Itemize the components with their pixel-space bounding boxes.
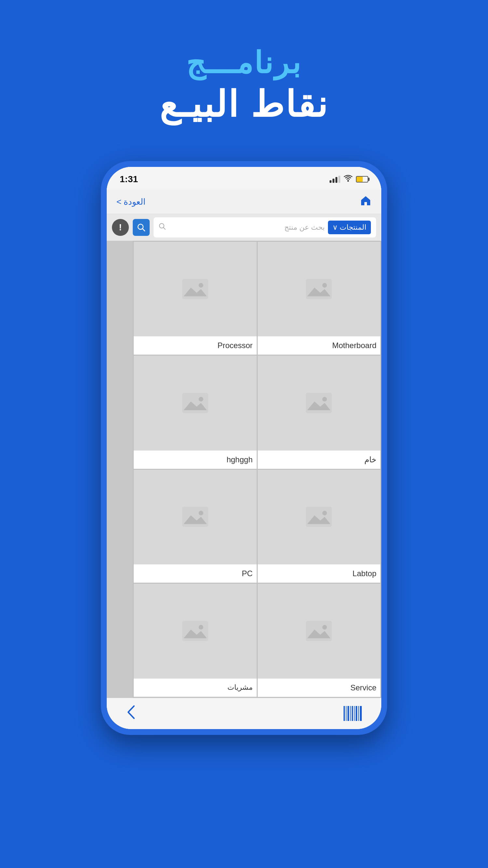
svg-rect-32 bbox=[350, 706, 351, 721]
phone-frame: 1:31 bbox=[107, 167, 381, 729]
product-name-2: hghggh bbox=[134, 450, 257, 469]
svg-point-24 bbox=[199, 625, 203, 629]
product-card-pc[interactable]: PC bbox=[134, 470, 257, 583]
hero-section: برنامـــج نقاط البيـع bbox=[0, 0, 488, 151]
svg-rect-35 bbox=[356, 706, 357, 721]
status-bar: 1:31 bbox=[107, 167, 381, 190]
hero-title-bottom: نقاط البيـع bbox=[159, 84, 329, 125]
nav-bar: العودة > bbox=[107, 190, 381, 214]
content-area: Processor Motherboard bbox=[107, 241, 381, 698]
svg-point-0 bbox=[347, 180, 349, 182]
svg-point-27 bbox=[323, 625, 327, 629]
back-button[interactable]: العودة > bbox=[117, 197, 146, 207]
svg-rect-36 bbox=[358, 706, 359, 721]
bottom-nav bbox=[107, 698, 381, 729]
product-image-6 bbox=[134, 584, 257, 678]
search-placeholder: بحث عن منتج bbox=[169, 223, 325, 231]
wifi-icon bbox=[343, 175, 353, 184]
svg-rect-29 bbox=[343, 706, 345, 721]
product-card-hghggh[interactable]: hghggh bbox=[134, 355, 257, 468]
svg-point-18 bbox=[199, 511, 203, 515]
product-card-kham[interactable]: خام bbox=[258, 355, 380, 468]
phone-mockup: 1:31 bbox=[101, 161, 387, 735]
product-card-motherboard[interactable]: Motherboard bbox=[258, 242, 380, 354]
svg-rect-37 bbox=[360, 706, 362, 721]
svg-point-6 bbox=[199, 283, 203, 288]
svg-point-15 bbox=[323, 397, 327, 401]
product-name-4: PC bbox=[134, 564, 257, 583]
side-nav bbox=[107, 241, 133, 698]
battery-icon bbox=[356, 176, 368, 183]
product-name-7: Service bbox=[258, 678, 380, 697]
product-image-3 bbox=[258, 355, 380, 450]
product-name-0: Processor bbox=[134, 336, 257, 354]
product-image-7 bbox=[258, 584, 380, 678]
product-name-3: خام bbox=[258, 450, 380, 469]
svg-point-9 bbox=[323, 283, 327, 288]
product-image-5 bbox=[258, 470, 380, 564]
status-icons bbox=[330, 175, 368, 184]
product-card-processor[interactable]: Processor bbox=[134, 242, 257, 354]
hero-title-top: برنامـــج bbox=[186, 45, 302, 80]
svg-line-2 bbox=[143, 229, 145, 231]
home-icon[interactable] bbox=[360, 195, 371, 209]
search-bar: ! المنتجات ∨ بحث عن منتج bbox=[107, 214, 381, 241]
product-image-0 bbox=[134, 242, 257, 336]
info-button[interactable]: ! bbox=[112, 219, 129, 236]
product-card-mashrayat[interactable]: مشريات bbox=[134, 584, 257, 696]
bottom-back-icon[interactable] bbox=[126, 705, 135, 722]
product-card-service[interactable]: Service bbox=[258, 584, 380, 696]
products-dropdown[interactable]: المنتجات ∨ bbox=[328, 221, 371, 234]
search-inline-icon bbox=[159, 223, 166, 232]
svg-rect-31 bbox=[347, 706, 349, 721]
product-card-labtop[interactable]: Labtop bbox=[258, 470, 380, 583]
product-name-1: Motherboard bbox=[258, 336, 380, 354]
product-image-1 bbox=[258, 242, 380, 336]
product-name-6: مشريات bbox=[134, 678, 257, 696]
svg-point-21 bbox=[323, 511, 327, 515]
product-name-5: Labtop bbox=[258, 564, 380, 583]
search-input-area[interactable]: المنتجات ∨ بحث عن منتج bbox=[154, 217, 376, 238]
barcode-icon[interactable] bbox=[343, 706, 362, 721]
svg-line-4 bbox=[163, 227, 165, 229]
product-image-4 bbox=[134, 470, 257, 564]
svg-rect-33 bbox=[352, 706, 353, 721]
svg-point-12 bbox=[199, 397, 203, 401]
product-image-2 bbox=[134, 355, 257, 450]
products-grid: Processor Motherboard bbox=[133, 241, 381, 698]
svg-rect-30 bbox=[346, 706, 346, 721]
status-time: 1:31 bbox=[120, 174, 138, 184]
svg-rect-34 bbox=[354, 706, 355, 721]
search-button[interactable] bbox=[133, 219, 150, 236]
signal-bars-icon bbox=[330, 176, 340, 183]
